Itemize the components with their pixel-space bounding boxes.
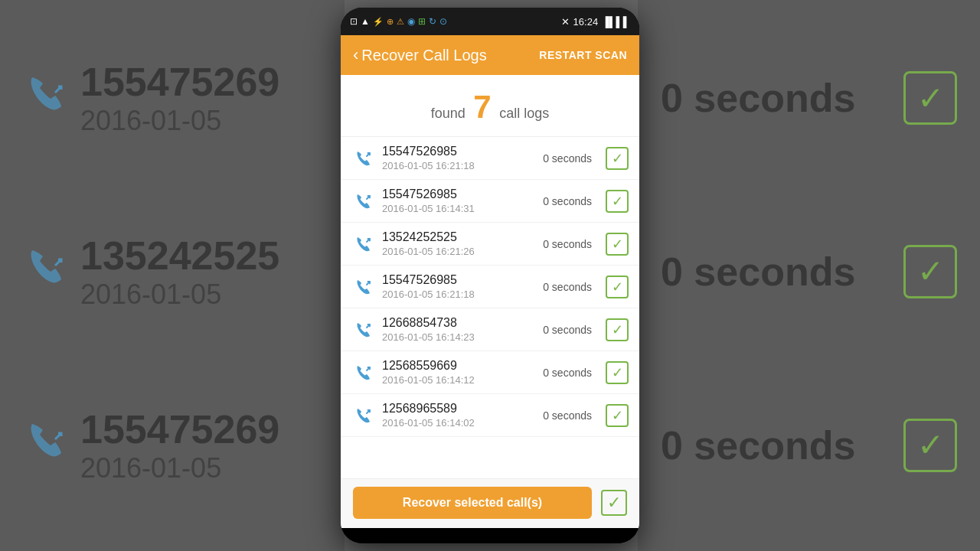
call-info-0: 15547526985 2016-01-05 16:21:18 (382, 145, 535, 171)
call-icon-6 (351, 406, 374, 425)
phone-bottom-bar (341, 528, 639, 543)
call-icon-5 (351, 364, 374, 382)
call-date-6: 2016-01-05 16:14:02 (382, 417, 535, 429)
app-header: ‹ Recover Call Logs RESTART SCAN (341, 35, 639, 75)
bg-right: 0 seconds ✓ 0 seconds ✓ 0 seconds ✓ (638, 0, 980, 551)
bg-seconds-1: 0 seconds (661, 75, 855, 121)
call-date-1: 2016-01-05 16:14:31 (382, 203, 535, 214)
bg-right-row-2: 0 seconds ✓ (661, 245, 957, 298)
headset-icon: ⊕ (387, 17, 394, 27)
bottom-bar: Recover selected call(s) ✓ (341, 478, 639, 528)
call-check-6[interactable]: ✓ (606, 404, 629, 427)
bg-row-3: 155475269 2016-01-05 (23, 406, 322, 484)
call-number-1: 15547526985 (382, 187, 535, 201)
call-info-6: 12568965589 2016-01-05 16:14:02 (382, 402, 535, 429)
bg-number-2: 135242525 2016-01-05 (80, 233, 279, 311)
bg-check-2: ✓ (903, 245, 957, 298)
bg-seconds-3: 0 seconds (661, 422, 855, 468)
bg-number-3: 155475269 2016-01-05 (80, 406, 279, 484)
call-log-item[interactable]: 13524252525 2016-01-05 16:21:26 0 second… (341, 223, 639, 266)
call-info-5: 12568559669 2016-01-05 16:14:12 (382, 359, 535, 386)
app-content: ‹ Recover Call Logs RESTART SCAN found 7… (341, 35, 639, 528)
call-number-0: 15547526985 (382, 145, 535, 158)
bg-number-1: 155475269 2016-01-05 (80, 59, 279, 137)
wifi-icon: ▲ (361, 16, 370, 27)
phone-frame: ⊡ ▲ ⚡ ⊕ ⚠ ◉ ⊞ ↻ ⊙ ✕ 16:24 ▐▌▌▌ ‹ Recover… (341, 8, 639, 543)
bg-left: 155475269 2016-01-05 135242525 2016-01-0… (0, 0, 345, 551)
call-number-5: 12568559669 (382, 359, 535, 373)
call-logs-list[interactable]: 15547526985 2016-01-05 16:21:18 0 second… (341, 137, 639, 478)
globe-icon: ◉ (407, 16, 415, 27)
call-check-0[interactable]: ✓ (606, 147, 629, 170)
usb-icon: ⚡ (373, 17, 384, 27)
call-date-2: 2016-01-05 16:21:26 (382, 246, 535, 257)
recover-button[interactable]: Recover selected call(s) (353, 487, 592, 519)
bg-phone-icon-2 (23, 244, 69, 298)
call-number-3: 15547526985 (382, 273, 535, 287)
bg-check-1: ✓ (903, 71, 957, 125)
select-all-check[interactable]: ✓ (601, 490, 627, 516)
call-duration-2: 0 seconds (543, 238, 592, 250)
call-number-4: 12668854738 (382, 316, 535, 330)
call-log-item[interactable]: 12668854738 2016-01-05 16:14:23 0 second… (341, 308, 639, 351)
bg-check-3: ✓ (903, 419, 957, 472)
found-suffix: call logs (499, 106, 549, 121)
call-log-item[interactable]: 15547526985 2016-01-05 16:14:31 0 second… (341, 180, 639, 223)
back-arrow-icon: ‹ (353, 45, 358, 65)
call-icon-0 (351, 149, 374, 168)
bg-right-row-1: 0 seconds ✓ (661, 71, 957, 125)
call-number-2: 13524252525 (382, 230, 535, 244)
call-info-4: 12668854738 2016-01-05 16:14:23 (382, 316, 535, 343)
call-duration-0: 0 seconds (543, 152, 592, 165)
bg-phone-icon-1 (23, 71, 69, 126)
status-bar: ⊡ ▲ ⚡ ⊕ ⚠ ◉ ⊞ ↻ ⊙ ✕ 16:24 ▐▌▌▌ (341, 8, 639, 35)
call-date-4: 2016-01-05 16:14:23 (382, 331, 535, 343)
sync-icon: ↻ (429, 16, 436, 27)
call-check-3[interactable]: ✓ (606, 276, 629, 298)
call-log-item[interactable]: 15547526985 2016-01-05 16:21:18 0 second… (341, 266, 639, 308)
shield-icon: ⊙ (439, 16, 447, 27)
restart-scan-button[interactable]: RESTART SCAN (539, 49, 627, 61)
call-number-6: 12568965589 (382, 402, 535, 416)
call-duration-1: 0 seconds (543, 195, 592, 207)
mute-icon: ✕ (561, 16, 570, 28)
call-date-3: 2016-01-05 16:21:18 (382, 289, 535, 300)
call-duration-5: 0 seconds (543, 367, 592, 379)
call-info-1: 15547526985 2016-01-05 16:14:31 (382, 187, 535, 214)
call-check-1[interactable]: ✓ (606, 190, 629, 213)
root-icon: ⊞ (418, 16, 426, 27)
call-check-4[interactable]: ✓ (606, 318, 629, 341)
found-prefix: found (431, 106, 466, 121)
call-icon-2 (351, 235, 374, 253)
sim-icon: ⊡ (350, 16, 358, 27)
battery-icon: ▐▌▌▌ (602, 16, 630, 28)
call-info-2: 13524252525 2016-01-05 16:21:26 (382, 230, 535, 257)
bg-right-row-3: 0 seconds ✓ (661, 419, 957, 472)
call-log-item[interactable]: 12568965589 2016-01-05 16:14:02 0 second… (341, 394, 639, 437)
found-count: 7 (473, 89, 491, 125)
back-button[interactable]: ‹ Recover Call Logs (353, 45, 487, 65)
call-check-2[interactable]: ✓ (606, 233, 629, 256)
call-duration-6: 0 seconds (543, 409, 592, 422)
call-icon-4 (351, 321, 374, 339)
call-log-item[interactable]: 12568559669 2016-01-05 16:14:12 0 second… (341, 351, 639, 394)
header-title: Recover Call Logs (361, 47, 486, 64)
bg-seconds-2: 0 seconds (661, 249, 855, 295)
bg-phone-icon-3 (23, 418, 69, 472)
bg-row-1: 155475269 2016-01-05 (23, 59, 322, 137)
status-right: ✕ 16:24 ▐▌▌▌ (561, 16, 630, 28)
call-icon-3 (351, 278, 374, 296)
warning-icon: ⚠ (397, 17, 404, 27)
call-info-3: 15547526985 2016-01-05 16:21:18 (382, 273, 535, 300)
call-duration-3: 0 seconds (543, 281, 592, 293)
status-icons-left: ⊡ ▲ ⚡ ⊕ ⚠ ◉ ⊞ ↻ ⊙ (350, 16, 447, 27)
call-icon-1 (351, 192, 374, 210)
clock: 16:24 (573, 16, 599, 28)
call-log-item[interactable]: 15547526985 2016-01-05 16:21:18 0 second… (341, 137, 639, 180)
call-duration-4: 0 seconds (543, 324, 592, 336)
call-date-0: 2016-01-05 16:21:18 (382, 160, 535, 171)
call-check-5[interactable]: ✓ (606, 361, 629, 384)
found-section: found 7 call logs (341, 75, 639, 137)
call-date-5: 2016-01-05 16:14:12 (382, 374, 535, 386)
bg-row-2: 135242525 2016-01-05 (23, 233, 322, 311)
